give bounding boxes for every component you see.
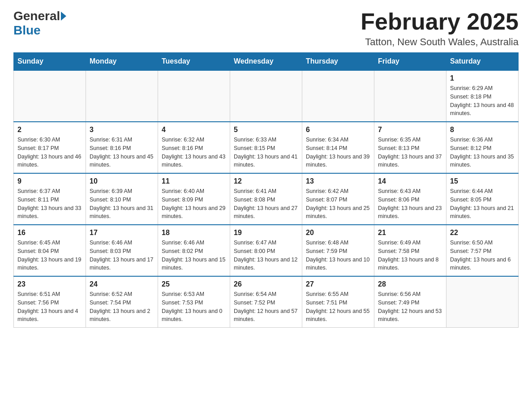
day-number: 1 xyxy=(450,74,515,82)
calendar-week-row: 2Sunrise: 6:30 AM Sunset: 8:17 PM Daylig… xyxy=(14,122,519,173)
calendar-cell xyxy=(302,70,374,122)
day-info: Sunrise: 6:47 AM Sunset: 8:00 PM Dayligh… xyxy=(234,239,298,272)
calendar-week-row: 9Sunrise: 6:37 AM Sunset: 8:11 PM Daylig… xyxy=(14,173,519,225)
day-number: 10 xyxy=(90,177,154,185)
day-number: 27 xyxy=(306,280,370,288)
day-info: Sunrise: 6:44 AM Sunset: 8:05 PM Dayligh… xyxy=(450,187,515,221)
month-title: February 2025 xyxy=(360,9,519,34)
day-number: 20 xyxy=(306,229,370,237)
page-header: General Blue February 2025 Tatton, New S… xyxy=(13,9,519,48)
day-number: 6 xyxy=(306,126,370,134)
calendar-cell xyxy=(446,276,519,328)
day-info: Sunrise: 6:54 AM Sunset: 7:52 PM Dayligh… xyxy=(234,290,298,324)
day-number: 18 xyxy=(162,229,226,237)
day-number: 14 xyxy=(378,177,442,185)
calendar-cell xyxy=(374,70,446,122)
calendar-cell: 9Sunrise: 6:37 AM Sunset: 8:11 PM Daylig… xyxy=(14,173,86,225)
column-header-tuesday: Tuesday xyxy=(158,53,230,71)
day-number: 22 xyxy=(450,229,515,237)
calendar-week-row: 23Sunrise: 6:51 AM Sunset: 7:56 PM Dayli… xyxy=(14,276,519,328)
calendar-cell: 13Sunrise: 6:42 AM Sunset: 8:07 PM Dayli… xyxy=(302,173,374,225)
calendar-cell: 18Sunrise: 6:46 AM Sunset: 8:02 PM Dayli… xyxy=(158,225,230,276)
calendar-cell: 17Sunrise: 6:46 AM Sunset: 8:03 PM Dayli… xyxy=(86,225,158,276)
logo: General Blue xyxy=(13,9,67,38)
day-number: 25 xyxy=(162,280,226,288)
location-subtitle: Tatton, New South Wales, Australia xyxy=(360,36,519,48)
day-info: Sunrise: 6:30 AM Sunset: 8:17 PM Dayligh… xyxy=(17,136,82,169)
day-number: 5 xyxy=(234,126,298,134)
day-info: Sunrise: 6:51 AM Sunset: 7:56 PM Dayligh… xyxy=(17,290,82,324)
calendar-week-row: 16Sunrise: 6:45 AM Sunset: 8:04 PM Dayli… xyxy=(14,225,519,276)
calendar-cell: 27Sunrise: 6:55 AM Sunset: 7:51 PM Dayli… xyxy=(302,276,374,328)
column-header-wednesday: Wednesday xyxy=(230,53,302,71)
logo-general-text: General xyxy=(13,9,60,23)
day-info: Sunrise: 6:32 AM Sunset: 8:16 PM Dayligh… xyxy=(162,136,226,169)
day-number: 21 xyxy=(378,229,442,237)
calendar-week-row: 1Sunrise: 6:29 AM Sunset: 8:18 PM Daylig… xyxy=(14,70,519,122)
day-number: 28 xyxy=(378,280,442,288)
calendar-cell: 8Sunrise: 6:36 AM Sunset: 8:12 PM Daylig… xyxy=(446,122,519,173)
logo-arrow-icon xyxy=(61,12,66,21)
day-info: Sunrise: 6:31 AM Sunset: 8:16 PM Dayligh… xyxy=(90,136,154,169)
day-info: Sunrise: 6:48 AM Sunset: 7:59 PM Dayligh… xyxy=(306,239,370,272)
day-number: 26 xyxy=(234,280,298,288)
calendar-cell: 22Sunrise: 6:50 AM Sunset: 7:57 PM Dayli… xyxy=(446,225,519,276)
calendar-cell: 15Sunrise: 6:44 AM Sunset: 8:05 PM Dayli… xyxy=(446,173,519,225)
day-info: Sunrise: 6:39 AM Sunset: 8:10 PM Dayligh… xyxy=(90,187,154,221)
day-number: 23 xyxy=(17,280,82,288)
day-number: 8 xyxy=(450,126,515,134)
day-number: 15 xyxy=(450,177,515,185)
calendar-cell: 1Sunrise: 6:29 AM Sunset: 8:18 PM Daylig… xyxy=(446,70,519,122)
day-info: Sunrise: 6:29 AM Sunset: 8:18 PM Dayligh… xyxy=(450,84,515,118)
day-info: Sunrise: 6:43 AM Sunset: 8:06 PM Dayligh… xyxy=(378,187,442,221)
day-info: Sunrise: 6:35 AM Sunset: 8:13 PM Dayligh… xyxy=(378,136,442,169)
title-block: February 2025 Tatton, New South Wales, A… xyxy=(360,9,519,48)
calendar-cell: 26Sunrise: 6:54 AM Sunset: 7:52 PM Dayli… xyxy=(230,276,302,328)
calendar-cell: 23Sunrise: 6:51 AM Sunset: 7:56 PM Dayli… xyxy=(14,276,86,328)
column-header-sunday: Sunday xyxy=(14,53,86,71)
day-info: Sunrise: 6:49 AM Sunset: 7:58 PM Dayligh… xyxy=(378,239,442,272)
day-number: 4 xyxy=(162,126,226,134)
column-header-friday: Friday xyxy=(374,53,446,71)
column-header-monday: Monday xyxy=(86,53,158,71)
calendar-cell: 24Sunrise: 6:52 AM Sunset: 7:54 PM Dayli… xyxy=(86,276,158,328)
day-info: Sunrise: 6:34 AM Sunset: 8:14 PM Dayligh… xyxy=(306,136,370,169)
day-info: Sunrise: 6:55 AM Sunset: 7:51 PM Dayligh… xyxy=(306,290,370,324)
calendar-table: SundayMondayTuesdayWednesdayThursdayFrid… xyxy=(13,52,519,328)
day-info: Sunrise: 6:41 AM Sunset: 8:08 PM Dayligh… xyxy=(234,187,298,221)
calendar-cell: 6Sunrise: 6:34 AM Sunset: 8:14 PM Daylig… xyxy=(302,122,374,173)
calendar-cell xyxy=(230,70,302,122)
column-header-thursday: Thursday xyxy=(302,53,374,71)
day-info: Sunrise: 6:46 AM Sunset: 8:03 PM Dayligh… xyxy=(90,239,154,272)
day-info: Sunrise: 6:33 AM Sunset: 8:15 PM Dayligh… xyxy=(234,136,298,169)
day-info: Sunrise: 6:50 AM Sunset: 7:57 PM Dayligh… xyxy=(450,239,515,272)
day-number: 3 xyxy=(90,126,154,134)
calendar-cell xyxy=(86,70,158,122)
column-header-saturday: Saturday xyxy=(446,53,519,71)
day-info: Sunrise: 6:37 AM Sunset: 8:11 PM Dayligh… xyxy=(17,187,82,221)
calendar-cell: 14Sunrise: 6:43 AM Sunset: 8:06 PM Dayli… xyxy=(374,173,446,225)
calendar-cell: 4Sunrise: 6:32 AM Sunset: 8:16 PM Daylig… xyxy=(158,122,230,173)
calendar-cell: 21Sunrise: 6:49 AM Sunset: 7:58 PM Dayli… xyxy=(374,225,446,276)
calendar-cell xyxy=(14,70,86,122)
day-number: 2 xyxy=(17,126,82,134)
calendar-cell: 19Sunrise: 6:47 AM Sunset: 8:00 PM Dayli… xyxy=(230,225,302,276)
calendar-cell: 11Sunrise: 6:40 AM Sunset: 8:09 PM Dayli… xyxy=(158,173,230,225)
logo-blue-text: Blue xyxy=(13,23,41,38)
day-info: Sunrise: 6:52 AM Sunset: 7:54 PM Dayligh… xyxy=(90,290,154,324)
day-info: Sunrise: 6:45 AM Sunset: 8:04 PM Dayligh… xyxy=(17,239,82,272)
day-number: 11 xyxy=(162,177,226,185)
calendar-cell: 5Sunrise: 6:33 AM Sunset: 8:15 PM Daylig… xyxy=(230,122,302,173)
day-info: Sunrise: 6:56 AM Sunset: 7:49 PM Dayligh… xyxy=(378,290,442,324)
day-number: 16 xyxy=(17,229,82,237)
day-number: 19 xyxy=(234,229,298,237)
calendar-cell: 2Sunrise: 6:30 AM Sunset: 8:17 PM Daylig… xyxy=(14,122,86,173)
day-number: 9 xyxy=(17,177,82,185)
day-info: Sunrise: 6:36 AM Sunset: 8:12 PM Dayligh… xyxy=(450,136,515,169)
calendar-cell: 3Sunrise: 6:31 AM Sunset: 8:16 PM Daylig… xyxy=(86,122,158,173)
calendar-cell: 7Sunrise: 6:35 AM Sunset: 8:13 PM Daylig… xyxy=(374,122,446,173)
calendar-cell xyxy=(158,70,230,122)
day-number: 12 xyxy=(234,177,298,185)
day-info: Sunrise: 6:53 AM Sunset: 7:53 PM Dayligh… xyxy=(162,290,226,324)
day-number: 13 xyxy=(306,177,370,185)
